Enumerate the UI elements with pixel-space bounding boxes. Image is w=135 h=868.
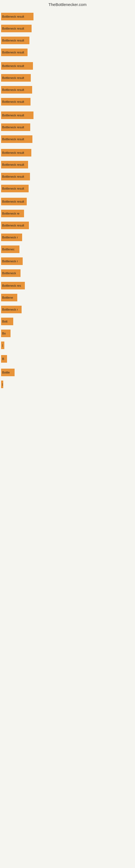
bar-item: Bottleneck result — [1, 62, 33, 70]
bar-item: Bottleneck r — [1, 257, 23, 265]
bar-item: Bottleneck result — [1, 13, 34, 20]
title-text: TheBottlenecker.com — [49, 2, 87, 7]
bar-item: Bottlenec — [1, 246, 19, 253]
bar-item: Bottleneck result — [1, 86, 32, 94]
bar-item: | — [1, 380, 3, 388]
bar-item: Bottleneck result — [1, 112, 34, 119]
bar-item: B — [1, 355, 7, 363]
bar-item: Bottleneck r — [1, 306, 21, 313]
bar-item: Bo — [1, 330, 10, 337]
bar-item: Bottleneck result — [1, 222, 29, 229]
bar-item: Bottleneck result — [1, 198, 27, 205]
bar-item: Bottleneck result — [1, 149, 31, 156]
bar-item: Bottleneck result — [1, 74, 31, 82]
bar-item: Bottleneck result — [1, 98, 31, 105]
bar-item: Bottleneck r — [1, 234, 22, 241]
bar-item: | — [1, 341, 4, 349]
chart-area: Bottleneck resultBottleneck resultBottle… — [0, 8, 135, 865]
bar-item: Bottleneck result — [1, 185, 29, 192]
bar-item: Bottleneck — [1, 269, 20, 277]
bar-item: Bottleneck result — [1, 161, 28, 168]
bar-item: Bottle — [1, 369, 14, 376]
bar-item: Bottlene — [1, 294, 17, 301]
bar-item: Bottleneck result — [1, 173, 30, 180]
bar-item: Bott — [1, 318, 13, 325]
bar-item: Bottleneck result — [1, 123, 30, 131]
bar-item: Bottleneck result — [1, 135, 32, 143]
site-title: TheBottlenecker.com — [0, 0, 135, 8]
bar-item: Bottleneck re — [1, 210, 24, 217]
bar-item: Bottleneck result — [1, 49, 28, 56]
bar-item: Bottleneck result — [1, 25, 32, 32]
bar-item: Bottleneck res — [1, 282, 25, 289]
bar-item: Bottleneck result — [1, 37, 30, 44]
